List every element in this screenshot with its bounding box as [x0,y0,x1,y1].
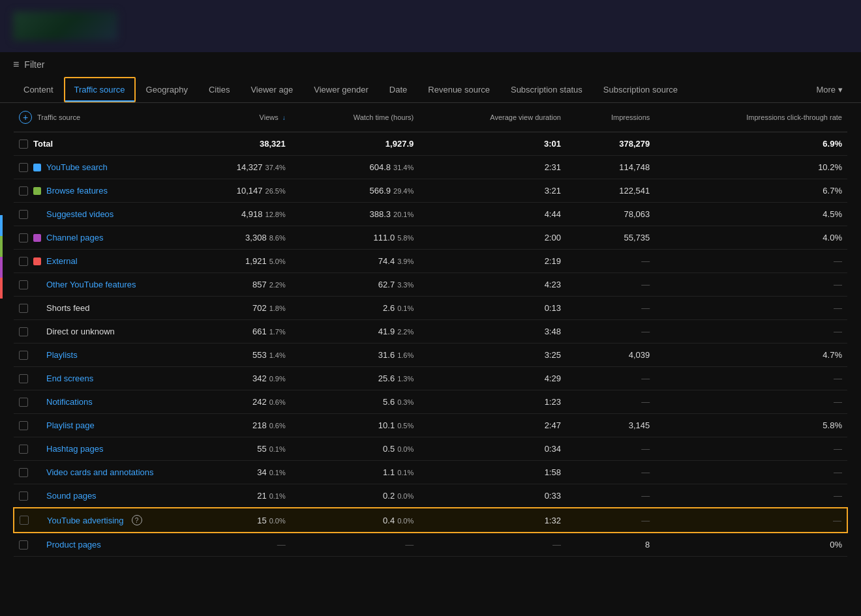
checkbox-sound-pages[interactable] [19,491,28,501]
header-ctr[interactable]: Impressions click-through rate [655,103,847,132]
watch-time-cell-youtube-advertising: 0.40.0% [291,508,419,533]
source-cell-product-pages: Product pages [14,533,183,557]
header-watch-time[interactable]: Watch time (hours) [291,103,419,132]
filter-icon: ≡ [13,59,19,70]
source-link-notifications[interactable]: Notifications [46,397,93,407]
source-link-youtube-search[interactable]: YouTube search [46,162,108,172]
impressions-cell-youtube-advertising: — [566,508,655,533]
checkbox-direct-or-unknown[interactable] [19,327,28,336]
source-link-external[interactable]: External [46,256,78,266]
source-cell-notifications: Notifications [14,390,183,414]
checkbox-channel-pages[interactable] [19,233,28,242]
checkbox-shorts-feed[interactable] [19,304,28,313]
avg-duration-cell-browse-features: 3:21 [419,179,566,203]
source-link-end-screens[interactable]: End screens [46,374,93,383]
checkbox-video-cards-annotations[interactable] [19,468,28,477]
source-link-channel-pages[interactable]: Channel pages [46,233,103,242]
checkbox-notifications[interactable] [19,398,28,407]
checkbox-browse-features[interactable] [19,186,28,196]
views-cell-other-youtube-features: 8572.2% [183,273,291,297]
source-link-suggested-videos[interactable]: Suggested videos [46,209,113,219]
source-link-playlists[interactable]: Playlists [46,350,78,360]
ctr-cell-other-youtube-features: — [655,273,847,297]
ctr-cell-shorts-feed: — [655,297,847,320]
tab-subscription-source[interactable]: Subscription source [593,77,688,102]
checkbox-youtube-advertising[interactable] [20,516,29,525]
table-row-playlist-page: Playlist page 2180.6% 10.10.5% 2:47 3,14… [14,414,847,437]
table-row-external: External 1,9215.0% 74.43.9% 2:19 — — [14,250,847,273]
header-views[interactable]: Views ↓ [183,103,291,132]
tab-cities[interactable]: Cities [198,77,241,102]
source-link-video-cards-annotations[interactable]: Video cards and annotations [46,467,154,477]
ctr-cell-direct-or-unknown: — [655,320,847,344]
tab-viewer-age[interactable]: Viewer age [240,77,303,102]
ctr-cell-playlist-page: 5.8% [655,414,847,437]
table-row-video-cards-annotations: Video cards and annotations 340.1% 1.10.… [14,461,847,484]
impressions-cell-direct-or-unknown: — [566,320,655,344]
source-link-playlist-page[interactable]: Playlist page [46,420,95,430]
tab-subscription-status[interactable]: Subscription status [500,77,593,102]
table-row-youtube-search: YouTube search 14,32737.4% 604.831.4% 2:… [14,156,847,179]
help-icon-youtube-advertising[interactable]: ? [132,515,142,525]
table-row-browse-features: Browse features 10,14726.5% 566.929.4% 3… [14,179,847,203]
tab-viewer-gender[interactable]: Viewer gender [303,77,379,102]
views-cell-hashtag-pages: 550.1% [183,437,291,461]
more-label: More [816,85,836,95]
source-link-browse-features[interactable]: Browse features [46,186,108,196]
table-row-hashtag-pages: Hashtag pages 550.1% 0.50.0% 0:34 — — [14,437,847,461]
impressions-cell-sound-pages: — [566,484,655,508]
traffic-source-table: + Traffic source Views ↓ Watch time (hou… [0,103,861,557]
filter-label[interactable]: Filter [24,59,44,70]
source-cell-external: External [14,250,183,273]
source-cell-playlist-page: Playlist page [14,414,183,437]
watch-time-cell-video-cards-annotations: 1.10.1% [291,461,419,484]
table-row-playlists: Playlists 5531.4% 31.61.6% 3:25 4,039 4.… [14,344,847,367]
tab-more[interactable]: More ▾ [811,77,848,102]
checkbox-other-youtube-features[interactable] [19,280,28,289]
checkbox-playlists[interactable] [19,351,28,360]
source-link-other-youtube-features[interactable]: Other YouTube features [46,280,136,289]
views-cell-notifications: 2420.6% [183,390,291,414]
avg-duration-cell-hashtag-pages: 0:34 [419,437,566,461]
impressions-cell-channel-pages: 55,735 [566,226,655,250]
checkbox-youtube-search[interactable] [19,163,28,172]
source-link-sound-pages[interactable]: Sound pages [46,491,97,501]
tab-revenue-source[interactable]: Revenue source [417,77,500,102]
watch-time-cell-sound-pages: 0.20.0% [291,484,419,508]
source-cell-hashtag-pages: Hashtag pages [14,437,183,461]
checkbox-end-screens[interactable] [19,374,28,383]
impressions-cell-shorts-feed: — [566,297,655,320]
ctr-cell-end-screens: — [655,367,847,390]
avg-duration-cell-end-screens: 4:29 [419,367,566,390]
sort-icon: ↓ [282,114,286,121]
add-column-icon[interactable]: + [19,111,32,124]
checkbox-playlist-page[interactable] [19,421,28,430]
ctr-cell-video-cards-annotations: — [655,461,847,484]
total-avg-duration: 3:01 [419,132,566,156]
tab-geography[interactable]: Geography [136,77,198,102]
source-link-hashtag-pages[interactable]: Hashtag pages [46,444,103,454]
table-row-other-youtube-features: Other YouTube features 8572.2% 62.73.3% … [14,273,847,297]
impressions-cell-hashtag-pages: — [566,437,655,461]
ctr-cell-external: — [655,250,847,273]
views-cell-youtube-advertising: 150.0% [183,508,291,533]
checkbox-external[interactable] [19,257,28,266]
checkbox-product-pages[interactable] [19,540,28,550]
tab-content[interactable]: Content [13,77,64,102]
impressions-cell-video-cards-annotations: — [566,461,655,484]
color-indicator-browse-features [33,187,41,195]
total-checkbox[interactable] [19,139,28,149]
avg-duration-cell-playlists: 3:25 [419,344,566,367]
ctr-cell-browse-features: 6.7% [655,179,847,203]
header-avg-duration[interactable]: Average view duration [419,103,566,132]
impressions-cell-end-screens: — [566,367,655,390]
bar-external [0,278,3,299]
source-link-youtube-advertising[interactable]: YouTube advertising [47,516,124,525]
header-impressions[interactable]: Impressions [566,103,655,132]
checkbox-hashtag-pages[interactable] [19,445,28,454]
tab-traffic-source[interactable]: Traffic source [64,77,136,102]
ctr-cell-channel-pages: 4.0% [655,226,847,250]
source-link-product-pages[interactable]: Product pages [46,540,101,550]
tab-date[interactable]: Date [379,77,417,102]
checkbox-suggested-videos[interactable] [19,210,28,219]
